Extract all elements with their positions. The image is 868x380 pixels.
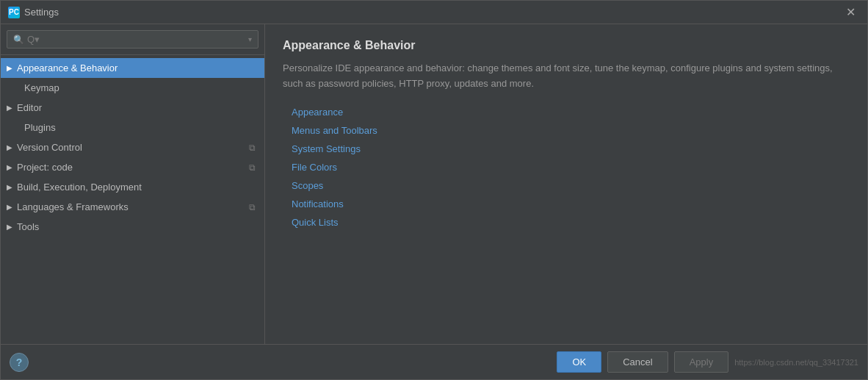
link-menus-toolbars[interactable]: Menus and Toolbars (292, 125, 850, 136)
sidebar-item-label: Editor (17, 102, 256, 113)
sidebar-item-appearance-behavior[interactable]: ▶ Appearance & Behavior (1, 58, 264, 78)
lang-icon: ⧉ (249, 202, 256, 212)
title-bar: PC Settings ✕ (1, 1, 867, 24)
sidebar-item-label: Plugins (24, 122, 256, 133)
link-file-colors[interactable]: File Colors (292, 162, 850, 173)
content-description: Personalize IDE appearance and behavior:… (283, 61, 850, 92)
close-button[interactable]: ✕ (842, 5, 860, 20)
sidebar-item-languages-frameworks[interactable]: ▶ Languages & Frameworks ⧉ (1, 197, 264, 217)
project-icon: ⧉ (249, 162, 256, 173)
app-icon: PC (8, 7, 20, 18)
sidebar-item-label: Keymap (24, 82, 256, 93)
settings-dialog: PC Settings ✕ 🔍 ▾ ▶ Appearance & Behavio… (0, 0, 868, 380)
search-input-wrapper[interactable]: 🔍 ▾ (7, 30, 258, 49)
apply-button[interactable]: Apply (674, 351, 729, 373)
footer-right: OK Cancel Apply https://blog.csdn.net/qq… (557, 351, 858, 373)
link-notifications[interactable]: Notifications (292, 198, 850, 209)
sidebar-item-build-execution-deployment[interactable]: ▶ Build, Execution, Deployment (1, 177, 264, 197)
watermark: https://blog.csdn.net/qq_33417321 (734, 358, 858, 367)
link-quick-lists[interactable]: Quick Lists (292, 217, 850, 228)
expand-arrow-icon: ▶ (7, 203, 12, 211)
main-content: 🔍 ▾ ▶ Appearance & Behavior Keymap ▶ Edi… (1, 24, 867, 344)
sidebar-item-label: Build, Execution, Deployment (17, 182, 256, 193)
link-system-settings[interactable]: System Settings (292, 143, 850, 154)
ok-button[interactable]: OK (557, 351, 601, 373)
footer: ? OK Cancel Apply https://blog.csdn.net/… (1, 344, 867, 379)
sidebar-item-label: Appearance & Behavior (17, 62, 256, 74)
sidebar-item-tools[interactable]: ▶ Tools (1, 217, 264, 237)
expand-arrow-icon: ▶ (7, 163, 12, 171)
dialog-title: Settings (24, 7, 59, 18)
sidebar-item-version-control[interactable]: ▶ Version Control ⧉ (1, 137, 264, 157)
expand-arrow-icon: ▶ (7, 223, 12, 231)
sidebar-item-label: Project: code (17, 162, 249, 173)
chevron-down-icon: ▾ (248, 35, 252, 43)
footer-left: ? (10, 353, 29, 372)
expand-arrow-icon: ▶ (7, 104, 12, 112)
nav-items: ▶ Appearance & Behavior Keymap ▶ Editor … (1, 55, 264, 344)
expand-arrow-icon: ▶ (7, 183, 12, 191)
sidebar-item-project-code[interactable]: ▶ Project: code ⧉ (1, 157, 264, 177)
sidebar-item-label: Tools (17, 221, 256, 232)
search-input[interactable] (27, 34, 245, 45)
search-bar: 🔍 ▾ (1, 24, 264, 55)
expand-arrow-icon: ▶ (7, 143, 12, 151)
sidebar-item-plugins[interactable]: Plugins (1, 118, 264, 137)
title-bar-left: PC Settings (8, 7, 59, 18)
search-icon: 🔍 (13, 35, 24, 45)
link-appearance[interactable]: Appearance (292, 107, 850, 118)
help-button[interactable]: ? (10, 353, 29, 372)
sidebar-item-label: Languages & Frameworks (17, 201, 249, 212)
sidebar-item-label: Version Control (17, 142, 249, 153)
content-title: Appearance & Behavior (283, 39, 850, 52)
sidebar-item-keymap[interactable]: Keymap (1, 78, 264, 98)
link-scopes[interactable]: Scopes (292, 180, 850, 191)
cancel-button[interactable]: Cancel (607, 351, 668, 373)
sidebar: 🔍 ▾ ▶ Appearance & Behavior Keymap ▶ Edi… (1, 24, 265, 344)
expand-arrow-icon: ▶ (7, 64, 12, 72)
link-list: Appearance Menus and Toolbars System Set… (283, 107, 850, 228)
content-panel: Appearance & Behavior Personalize IDE ap… (265, 24, 867, 344)
vcs-icon: ⧉ (249, 143, 256, 153)
sidebar-item-editor[interactable]: ▶ Editor (1, 98, 264, 118)
